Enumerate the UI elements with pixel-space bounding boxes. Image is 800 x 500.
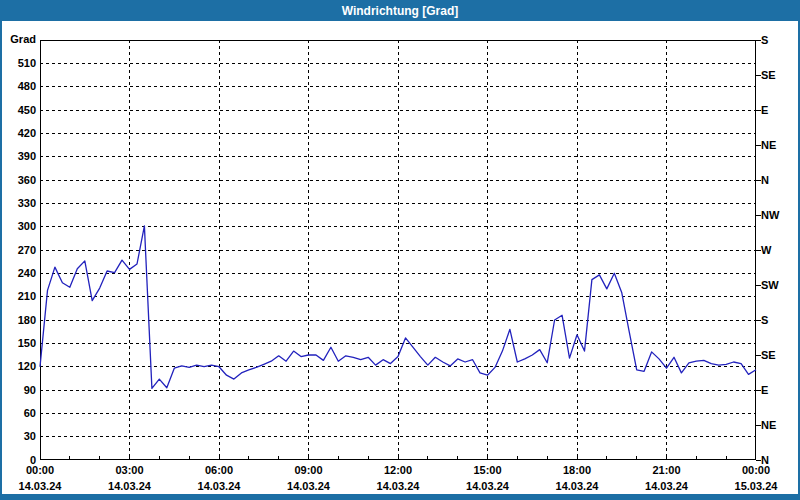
y-right-tick-label: E (761, 104, 768, 117)
y-axis-title: Grad (0, 33, 36, 46)
x-time-label: 15:00 (460, 464, 516, 477)
x-date-label: 14.03.24 (456, 480, 520, 493)
x-date-label: 14.03.24 (545, 480, 609, 493)
x-time-label: 03:00 (102, 464, 158, 477)
y-right-tick-label: S (761, 314, 768, 327)
y-left-tick-label: 60 (0, 407, 36, 420)
y-left-tick-label: 300 (0, 220, 36, 233)
y-left-tick-label: 90 (0, 384, 36, 397)
y-left-tick-label: 510 (0, 57, 36, 70)
y-right-tick-label: NE (761, 139, 776, 152)
x-time-label: 00:00 (728, 464, 784, 477)
y-left-tick-label: 480 (0, 80, 36, 93)
x-date-label: 14.03.24 (635, 480, 699, 493)
y-left-tick-label: 30 (0, 430, 36, 443)
window-border-bottom (0, 494, 800, 500)
app-window: Windrichtung [Grad] Grad 510480450420390… (0, 0, 800, 500)
y-left-tick-label: 120 (0, 360, 36, 373)
y-right-tick-label: W (761, 244, 771, 257)
y-right-tick-label: N (761, 174, 769, 187)
x-time-label: 12:00 (370, 464, 426, 477)
window-title: Windrichtung [Grad] (342, 4, 459, 18)
y-left-tick-label: 210 (0, 290, 36, 303)
y-left-tick-label: 450 (0, 104, 36, 117)
y-left-tick-label: 180 (0, 314, 36, 327)
wind-direction-chart (40, 40, 756, 460)
y-right-tick-label: SW (761, 279, 779, 292)
y-right-tick-label: NE (761, 419, 776, 432)
y-right-tick-label: E (761, 384, 768, 397)
y-right-tick-label: NW (761, 209, 779, 222)
y-left-tick-label: 360 (0, 174, 36, 187)
x-time-label: 18:00 (549, 464, 605, 477)
x-date-label: 14.03.24 (366, 480, 430, 493)
window-titlebar: Windrichtung [Grad] (0, 0, 800, 21)
x-time-label: 21:00 (639, 464, 695, 477)
y-right-tick-label: S (761, 34, 768, 47)
x-date-label: 14.03.24 (277, 480, 341, 493)
x-time-label: 06:00 (191, 464, 247, 477)
y-right-tick-label: SE (761, 69, 776, 82)
y-left-tick-label: 390 (0, 150, 36, 163)
x-date-label: 14.03.24 (98, 480, 162, 493)
y-left-tick-label: 330 (0, 197, 36, 210)
x-time-label: 00:00 (12, 464, 68, 477)
x-time-label: 09:00 (281, 464, 337, 477)
x-date-label: 14.03.24 (187, 480, 251, 493)
x-date-label: 14.03.24 (8, 480, 72, 493)
y-left-tick-label: 240 (0, 267, 36, 280)
y-left-tick-label: 420 (0, 127, 36, 140)
y-right-tick-label: SE (761, 349, 776, 362)
y-left-tick-label: 270 (0, 244, 36, 257)
y-left-tick-label: 150 (0, 337, 36, 350)
x-date-label: 15.03.24 (724, 480, 788, 493)
